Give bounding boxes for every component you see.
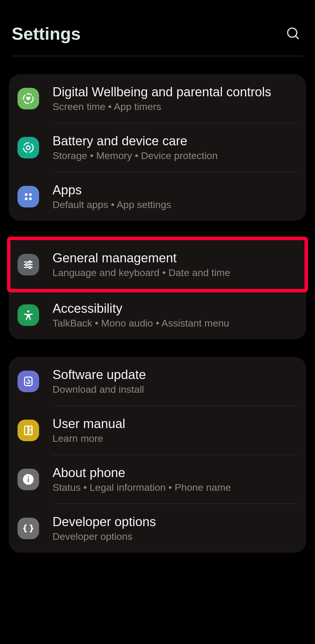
svg-point-4 xyxy=(27,146,30,149)
device-care-icon xyxy=(18,137,39,158)
svg-point-12 xyxy=(29,261,31,263)
svg-point-14 xyxy=(29,266,31,268)
settings-item-battery-care[interactable]: Battery and device careStorage • Memory … xyxy=(9,123,306,172)
svg-point-15 xyxy=(27,310,29,312)
settings-item-subtitle: Developer options xyxy=(52,531,298,542)
braces-icon xyxy=(18,518,39,539)
settings-item-software-update[interactable]: Software updateDownload and install xyxy=(9,357,306,406)
settings-item-title: Apps xyxy=(52,183,298,197)
settings-item-title: User manual xyxy=(52,416,298,431)
svg-point-7 xyxy=(25,197,28,200)
settings-item-developer-options[interactable]: Developer optionsDeveloper options xyxy=(9,504,306,553)
settings-item-digital-wellbeing[interactable]: Digital Wellbeing and parental controlsS… xyxy=(9,74,306,123)
settings-item-user-manual[interactable]: ?User manualLearn more xyxy=(9,406,306,455)
search-button[interactable] xyxy=(283,23,303,44)
settings-item-subtitle: Language and keyboard • Date and time xyxy=(52,267,298,278)
settings-item-title: Accessibility xyxy=(52,301,298,316)
settings-item-subtitle: Default apps • App settings xyxy=(52,199,298,210)
svg-point-6 xyxy=(29,193,32,196)
accessibility-icon xyxy=(18,304,39,326)
highlight-box: General managementLanguage and keyboard … xyxy=(7,237,308,292)
svg-point-0 xyxy=(288,28,297,37)
page-title: Settings xyxy=(12,24,81,44)
settings-item-subtitle: Learn more xyxy=(52,433,298,444)
svg-rect-22 xyxy=(28,476,29,477)
svg-rect-16 xyxy=(24,377,32,385)
settings-item-subtitle: Storage • Memory • Device protection xyxy=(52,150,298,161)
settings-item-subtitle: Status • Legal information • Phone name xyxy=(52,482,298,493)
settings-item-title: Digital Wellbeing and parental controls xyxy=(52,85,298,99)
settings-group: Software updateDownload and install?User… xyxy=(9,357,306,553)
settings-item-title: General management xyxy=(52,251,298,265)
settings-item-subtitle: TalkBack • Mono audio • Assistant menu xyxy=(52,317,298,329)
sliders-icon xyxy=(18,254,39,275)
settings-item-title: Developer options xyxy=(52,514,298,529)
settings-group: Digital Wellbeing and parental controlsS… xyxy=(9,74,306,221)
svg-point-8 xyxy=(29,197,32,200)
svg-point-3 xyxy=(24,143,33,152)
update-icon xyxy=(18,371,39,392)
svg-rect-21 xyxy=(28,478,29,482)
settings-item-title: Software update xyxy=(52,367,298,382)
settings-group: General managementLanguage and keyboard … xyxy=(9,237,306,339)
settings-item-accessibility[interactable]: AccessibilityTalkBack • Mono audio • Ass… xyxy=(9,291,306,339)
svg-point-5 xyxy=(25,193,28,196)
wellbeing-icon xyxy=(18,88,39,109)
settings-item-about-phone[interactable]: About phoneStatus • Legal information • … xyxy=(9,455,306,504)
header-divider xyxy=(12,55,303,57)
settings-item-general-management[interactable]: General managementLanguage and keyboard … xyxy=(10,240,304,289)
apps-icon xyxy=(18,186,39,207)
header: Settings xyxy=(0,0,315,55)
settings-item-title: Battery and device care xyxy=(52,134,298,148)
settings-item-apps[interactable]: AppsDefault apps • App settings xyxy=(9,172,306,221)
settings-item-subtitle: Download and install xyxy=(52,384,298,395)
svg-text:?: ? xyxy=(29,427,32,433)
settings-item-title: About phone xyxy=(52,465,298,480)
manual-icon: ? xyxy=(18,420,39,441)
svg-point-13 xyxy=(26,263,28,266)
search-icon xyxy=(286,26,300,41)
settings-item-subtitle: Screen time • App timers xyxy=(52,101,298,112)
info-icon xyxy=(18,469,39,490)
svg-line-1 xyxy=(295,36,298,39)
svg-rect-17 xyxy=(24,426,28,434)
